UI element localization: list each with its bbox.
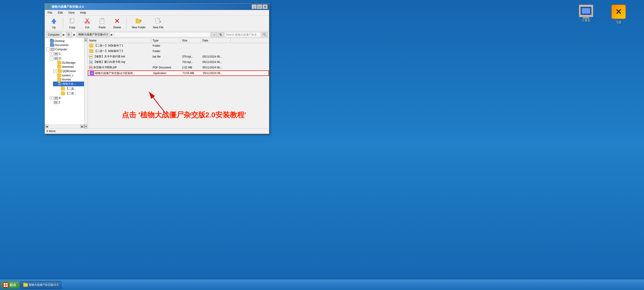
minimize-button[interactable]: _ [252,5,257,9]
file-type-pdf: PDF Document [151,66,181,69]
col-header-size[interactable]: Size [181,38,201,43]
sidebar-item-thumbs[interactable]: thumbs [53,78,88,82]
file-row-bat[interactable]: bat 【修复】关卡中途闪退.bat bat file 379 byt... 0… [88,54,269,59]
svg-rect-1 [53,22,55,24]
title-bar: 🌿 植物大战僵尸杂交版v2.0 _ □ ✕ [45,4,269,10]
new-folder-button[interactable]: New Folder [129,16,148,30]
cut-button[interactable]: Cut [80,16,94,30]
toolbar: Up Copy [45,16,269,31]
file-type-app: Application [152,72,181,75]
menu-edit[interactable]: Edit [57,11,64,15]
sidebar-hscrollbar[interactable]: ◀ ▶ [45,125,84,128]
sidebar-item-d-drive[interactable]: − 💾 D: [49,56,88,61]
sidebar-scroll-up[interactable]: ▲ [84,38,88,42]
taskbar: 起点 植物大战僵尸杂交版v2.0 [0,279,644,290]
menu-help[interactable]: Help [79,11,87,15]
file-row-app[interactable]: ★ 植物大战僵尸杂交版v2.0安装程... Application 73.55 … [88,71,269,76]
sidebar-item-sub1[interactable]: 【二选... [56,86,88,91]
file-row-pdf[interactable]: PDF 杂交版v2.0指南.pdf PDF Document 2.02 MB 0… [88,65,269,70]
sub1-folder-icon [61,87,65,90]
qqbrowse-expand-icon[interactable]: + [54,69,57,73]
taskbar-active-window[interactable]: 植物大战僵尸杂交版v2.0 [20,281,61,289]
file-explorer-window: 🌿 植物大战僵尸杂交版v2.0 _ □ ✕ File Edit View Hel… [44,3,270,134]
sidebar-label-e: E: [59,97,61,100]
sidebar-item-c-drive[interactable]: + 💾 C: [49,52,88,56]
sidebar-scroll-down[interactable]: ▼ [84,125,88,128]
address-arrow-1: ▶ [62,33,65,36]
start-button[interactable]: 起点 [1,281,20,289]
file-name-app: ★ 植物大战僵尸杂交版v2.0安装程... [88,71,152,75]
sidebar-item-desktop[interactable]: Desktop [46,39,88,43]
sidebar-label-qqbrowse: QQBrowse [62,70,76,73]
col-header-type[interactable]: Type [151,38,181,43]
file-row-reg[interactable]: reg 【修复】窗口白屏卡死.reg 703 byt... 05/11/2024… [88,59,269,65]
sidebar-item-dlmanage[interactable]: DLManage [53,61,88,65]
c-drive-icon: 💾 [54,52,58,56]
delete-button[interactable]: Delete [110,16,124,30]
up-label: Up [52,26,56,29]
sidebar-scroll-right[interactable]: ▶ [80,125,84,128]
download-folder-icon [57,65,61,68]
file-row-folder1[interactable]: 【二选一】3d加速补丁1 Folder [88,43,269,49]
status-bar: 6 Items [45,128,269,134]
window-title: 植物大战僵尸杂交版v2.0 [52,5,84,9]
computer-expand-icon[interactable]: − [46,48,50,51]
d-drive-expand-icon[interactable]: − [50,57,54,60]
sidebar-item-e-drive[interactable]: + 💾 E: [49,96,88,100]
up-button[interactable]: Up [47,16,61,30]
close-button[interactable]: ✕ [263,5,268,9]
search-button[interactable] [262,32,268,37]
maximize-button[interactable]: □ [257,5,262,9]
folder2-icon [89,50,93,53]
copy-icon [69,18,76,25]
pvz-expand-icon[interactable]: − [54,82,57,86]
menu-view[interactable]: View [67,11,76,15]
sidebar-hscroll-track [48,125,80,128]
up-icon [51,18,57,25]
file-row-folder2[interactable]: 【二选一】3d加速补丁2 Folder [88,49,269,54]
address-refresh-button[interactable]: ↻ [218,32,224,37]
paste-button[interactable]: Paste [95,16,109,30]
cut-label: Cut [85,26,90,29]
sidebar-item-qqbrowse[interactable]: + QQBrowse [53,69,88,73]
flyhu-desktop-icon[interactable]: ✕ 飞壶 [612,5,626,25]
sidebar-label-download: download [62,65,74,68]
sidebar-item-pvz[interactable]: − 植物大战... [53,82,88,86]
sidebar-item-documents[interactable]: Documents [46,43,88,47]
thumbs-folder-icon [57,78,61,81]
pvz-folder-icon [58,83,62,86]
address-folder[interactable]: 植物大战僵尸杂交版v2.0 [77,32,110,37]
sidebar-label-sub2: 【二选... [66,92,76,95]
copy-button[interactable]: Copy [66,16,79,30]
sidebar-item-download[interactable]: download [53,65,88,69]
documents-folder-icon [50,44,54,47]
sidebar-item-system-c[interactable]: system_c [53,73,88,78]
svg-rect-3 [71,18,74,22]
address-go-button[interactable]: → [211,32,217,37]
col-header-name[interactable]: Name [88,38,151,43]
paste-label: Paste [99,26,106,29]
sidebar-label-z: Z: [58,101,61,104]
sidebar-item-computer[interactable]: − Computer [46,47,88,52]
address-d-drive[interactable]: D: [66,32,72,37]
main-content-area: Desktop Documents − Computer + 💾 [45,38,269,128]
address-arrow-3: ▶ [110,33,113,36]
sidebar-item-sub2[interactable]: 【二选... [56,91,88,96]
address-computer[interactable]: Computer [46,32,61,37]
c-drive-expand-icon[interactable]: + [50,52,54,56]
file-list-content: 【二选一】3d加速补丁1 Folder 【二选一】3d加速补丁2 Folder [88,43,269,128]
delete-label: Delete [113,26,121,29]
sidebar-item-z-drive[interactable]: 💾 Z: [49,100,88,104]
menu-file[interactable]: File [47,11,53,15]
sidebar-scrollbar[interactable]: ▲ ▼ [84,38,88,128]
e-drive-icon: 💾 [54,97,58,100]
file-name-pdf: PDF 杂交版v2.0指南.pdf [88,66,151,69]
title-bar-left: 🌿 植物大战僵尸杂交版v2.0 [46,5,84,9]
col-header-date[interactable]: Date [201,38,230,43]
dlmanage-folder-icon [57,61,61,64]
new-file-button[interactable]: New File [150,16,166,30]
sidebar-scroll-left[interactable]: ◀ [45,125,48,128]
search-input[interactable] [225,32,261,37]
svg-point-7 [85,22,86,24]
e-drive-expand-icon[interactable]: + [50,96,54,100]
